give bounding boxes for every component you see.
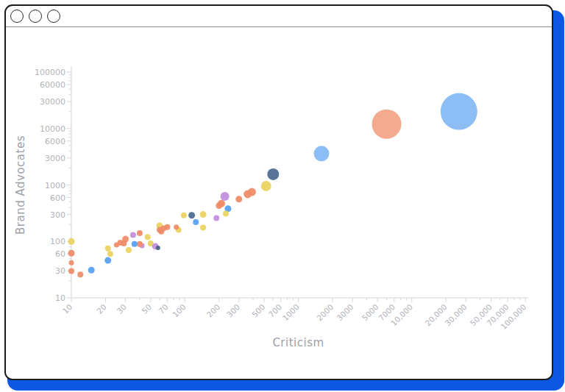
- bubble[interactable]: [156, 246, 160, 250]
- bubble[interactable]: [104, 257, 111, 264]
- window-control-button-2[interactable]: [29, 10, 42, 23]
- bubble[interactable]: [145, 234, 151, 240]
- x-tick-label: 20: [95, 302, 108, 316]
- y-tick-label: 300: [50, 210, 65, 220]
- y-tick-label: 600: [50, 193, 65, 203]
- y-tick-label: 60: [55, 249, 65, 259]
- window-control-button-3[interactable]: [47, 10, 60, 23]
- x-tick-label: 100: [171, 302, 188, 319]
- y-tick-label: 1000: [45, 181, 65, 190]
- bubble[interactable]: [68, 250, 75, 257]
- bubble[interactable]: [105, 246, 111, 252]
- window-controls: [10, 10, 60, 23]
- y-axis-title: Brand Advocates: [14, 135, 27, 235]
- bubble[interactable]: [126, 247, 132, 253]
- y-tick-label: 10000: [40, 124, 65, 134]
- bubble[interactable]: [137, 230, 143, 236]
- y-tick-label: 100: [50, 237, 65, 246]
- x-tick-label: 3000: [335, 302, 355, 322]
- x-tick-label: 30: [115, 302, 128, 316]
- bubble[interactable]: [107, 251, 113, 257]
- bubble[interactable]: [213, 215, 219, 221]
- y-tick-label: 3000: [45, 154, 65, 163]
- bubble[interactable]: [130, 232, 136, 238]
- x-tick-label: 5000: [360, 302, 380, 322]
- x-tick-label: 2000: [315, 302, 335, 322]
- bubble[interactable]: [200, 211, 207, 218]
- bubble[interactable]: [200, 225, 206, 231]
- x-tick-label: 1000: [281, 302, 301, 322]
- bubble[interactable]: [193, 219, 199, 225]
- bubble[interactable]: [223, 211, 229, 217]
- bubble[interactable]: [68, 268, 74, 274]
- page: 1020305070100200300500700100020003000500…: [0, 0, 565, 392]
- x-axis-title: Criticism: [272, 336, 324, 349]
- x-tick-label: 300: [225, 302, 242, 319]
- x-tick-label: 30,000: [443, 302, 468, 327]
- window-titlebar: [6, 6, 552, 27]
- bubble[interactable]: [114, 242, 119, 247]
- bubble[interactable]: [68, 238, 75, 245]
- bubble[interactable]: [174, 224, 179, 229]
- y-tick-label: 30000: [40, 97, 65, 107]
- bubble[interactable]: [88, 267, 95, 274]
- y-tick-label: 60000: [40, 80, 65, 90]
- bubble[interactable]: [77, 271, 83, 277]
- bubble-series: [68, 93, 477, 278]
- bubble[interactable]: [372, 110, 402, 139]
- bubble[interactable]: [235, 196, 242, 202]
- y-tick-label: 30: [55, 266, 65, 276]
- bubble-chart: 1020305070100200300500700100020003000500…: [6, 32, 555, 377]
- bubble[interactable]: [137, 241, 143, 247]
- bubble[interactable]: [188, 212, 195, 218]
- bubble[interactable]: [181, 213, 187, 218]
- x-tick-label: 50: [140, 302, 153, 316]
- bubble[interactable]: [132, 241, 138, 247]
- bubble[interactable]: [121, 240, 127, 246]
- bubble[interactable]: [244, 190, 252, 198]
- bubble[interactable]: [69, 260, 74, 266]
- x-tick-label: 10: [60, 302, 74, 316]
- x-tick-label: 500: [250, 302, 267, 319]
- chart-area: 1020305070100200300500700100020003000500…: [6, 32, 555, 377]
- bubble[interactable]: [158, 229, 164, 235]
- bubble[interactable]: [441, 93, 477, 130]
- bubble[interactable]: [261, 181, 271, 191]
- y-tick-label: 6000: [45, 137, 65, 146]
- bubble[interactable]: [216, 202, 222, 209]
- browser-window: 1020305070100200300500700100020003000500…: [4, 4, 553, 380]
- y-tick-label: 10: [55, 293, 65, 303]
- x-tick-label: 70: [157, 302, 170, 316]
- bubble[interactable]: [221, 192, 230, 201]
- y-tick-label: 100000: [35, 68, 65, 77]
- bubble[interactable]: [314, 146, 330, 161]
- window-control-button-1[interactable]: [10, 10, 24, 23]
- x-tick-label: 200: [205, 302, 221, 319]
- bubble[interactable]: [267, 168, 279, 180]
